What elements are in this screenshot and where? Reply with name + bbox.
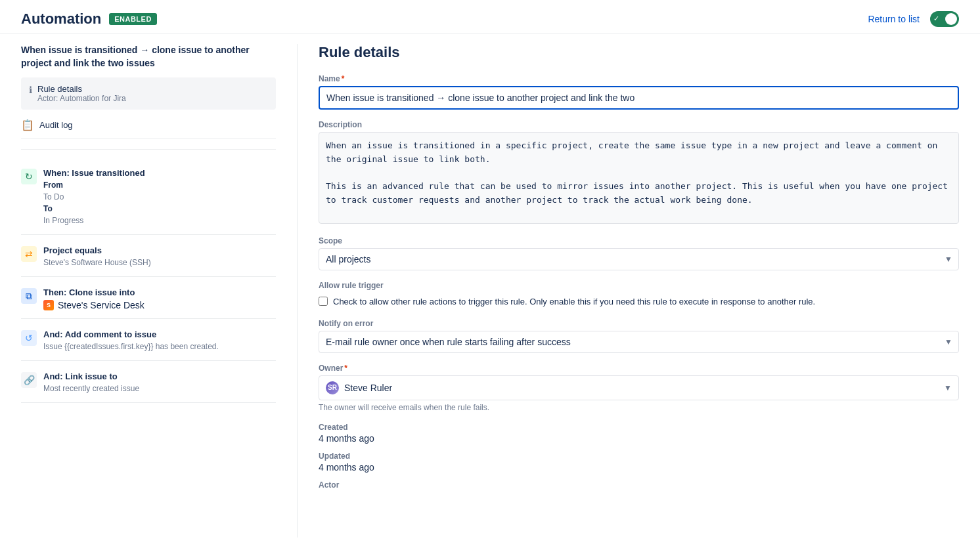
divider (21, 149, 276, 150)
step-detail-transition: From To Do To In Progress (43, 179, 145, 226)
updated-label: Updated (319, 452, 959, 461)
enabled-badge: ENABLED (109, 13, 157, 25)
scope-label: Scope (319, 236, 959, 245)
step-icon-clone: ⧉ (21, 288, 37, 304)
audit-log-label: Audit log (39, 120, 73, 130)
from-value: To Do (43, 192, 64, 201)
step-sub-item-clone: S Steve's Service Desk (43, 300, 145, 310)
allow-rule-trigger-section: Allow rule trigger Check to allow other … (319, 281, 959, 308)
owner-required-star: * (344, 364, 347, 373)
notify-on-error-select[interactable]: E-mail rule owner once when rule starts … (319, 331, 959, 353)
step-content-clone: Then: Clone issue into S Steve's Service… (43, 287, 145, 310)
owner-name: Steve Ruler (344, 383, 939, 393)
step-title-transition: When: Issue transitioned (43, 168, 145, 178)
step-title-comment: And: Add comment to issue (43, 329, 219, 339)
rule-details-label: Rule details (37, 84, 126, 94)
clipboard-icon: 📋 (21, 119, 34, 131)
return-to-list-link[interactable]: Return to list (868, 14, 920, 24)
step-title-link: And: Link issue to (43, 371, 139, 381)
rule-details-text-group: Rule details Actor: Automation for Jira (37, 84, 126, 103)
owner-avatar: SR (326, 381, 339, 394)
service-desk-icon: S (43, 300, 54, 310)
page-title: Automation (21, 11, 101, 28)
step-project-equals[interactable]: ⇄ Project equals Steve's Software House … (21, 238, 276, 277)
step-content-comment: And: Add comment to issue Issue {{create… (43, 329, 219, 352)
owner-label: Owner * (319, 364, 959, 373)
header: Automation ENABLED Return to list ✓ (0, 0, 980, 33)
step-content-transition: When: Issue transitioned From To Do To I… (43, 168, 145, 226)
step-detail-comment: Issue {{createdIssues.first.key}} has be… (43, 341, 219, 352)
step-detail-link: Most recently created issue (43, 383, 139, 394)
step-clone-issue[interactable]: ⧉ Then: Clone issue into S Steve's Servi… (21, 280, 276, 319)
rule-details-item[interactable]: ℹ Rule details Actor: Automation for Jir… (21, 77, 276, 110)
name-label: Name * (319, 74, 959, 83)
main-content: When issue is transitioned → clone issue… (0, 33, 980, 548)
rule-details-header: Rule details (319, 44, 959, 61)
step-when-transitioned[interactable]: ↻ When: Issue transitioned From To Do To… (21, 160, 276, 235)
from-label: From (43, 180, 63, 190)
owner-helper-text: The owner will receive emails when the r… (319, 403, 959, 412)
step-add-comment[interactable]: ↺ And: Add comment to issue Issue {{crea… (21, 322, 276, 361)
description-label: Description (319, 120, 959, 129)
allow-rule-trigger-row: Check to allow other rule actions to tri… (319, 295, 959, 308)
left-panel: When issue is transitioned → clone issue… (21, 44, 297, 537)
owner-row[interactable]: SR Steve Ruler ▼ (319, 375, 959, 400)
allow-rule-trigger-text: Check to allow other rule actions to tri… (333, 295, 815, 308)
step-icon-link: 🔗 (21, 372, 37, 388)
step-title-clone: Then: Clone issue into (43, 287, 145, 297)
notify-on-error-field: Notify on error E-mail rule owner once w… (319, 319, 959, 353)
step-detail-project: Steve's Software House (SSH) (43, 257, 151, 268)
step-sub-text-clone: Steve's Service Desk (58, 300, 145, 310)
scope-select[interactable]: All projects Specific projects (319, 248, 959, 270)
created-label: Created (319, 423, 959, 432)
scope-select-wrapper: All projects Specific projects ▼ (319, 248, 959, 270)
step-content-link: And: Link issue to Most recently created… (43, 371, 139, 394)
notify-on-error-label: Notify on error (319, 319, 959, 328)
updated-value: 4 months ago (319, 462, 959, 473)
step-link-issue[interactable]: 🔗 And: Link issue to Most recently creat… (21, 364, 276, 403)
to-label: To (43, 204, 53, 213)
to-value: In Progress (43, 216, 83, 225)
header-right: Return to list ✓ (868, 11, 959, 27)
step-icon-comment: ↺ (21, 330, 37, 346)
scope-field: Scope All projects Specific projects ▼ (319, 236, 959, 270)
name-field: Name * (319, 74, 959, 110)
name-input[interactable] (319, 86, 959, 110)
notify-select-wrapper: E-mail rule owner once when rule starts … (319, 331, 959, 353)
description-field: Description When an issue is transitione… (319, 120, 959, 226)
toggle-check-icon: ✓ (933, 14, 939, 23)
name-required-star: * (342, 74, 345, 83)
step-icon-transition: ↻ (21, 169, 37, 184)
header-left: Automation ENABLED (21, 11, 157, 28)
right-panel: Rule details Name * Description When an … (297, 44, 959, 537)
actor-label: Actor (319, 480, 959, 490)
meta-section: Created 4 months ago Updated 4 months ag… (319, 423, 959, 490)
owner-chevron-icon: ▼ (944, 383, 952, 392)
step-icon-project: ⇄ (21, 246, 37, 262)
description-textarea[interactable]: When an issue is transitioned in a speci… (319, 132, 959, 224)
rule-title: When issue is transitioned → clone issue… (21, 44, 276, 70)
owner-field: Owner * SR Steve Ruler ▼ The owner will … (319, 364, 959, 412)
step-title-project: Project equals (43, 245, 151, 255)
page-container: Automation ENABLED Return to list ✓ When… (0, 0, 980, 548)
allow-rule-trigger-label: Allow rule trigger (319, 281, 959, 290)
allow-rule-trigger-checkbox[interactable] (319, 297, 328, 306)
info-icon: ℹ (29, 85, 32, 95)
enabled-toggle[interactable]: ✓ (930, 11, 959, 27)
created-value: 4 months ago (319, 433, 959, 444)
step-content-project: Project equals Steve's Software House (S… (43, 245, 151, 268)
audit-log-item[interactable]: 📋 Audit log (21, 112, 276, 138)
rule-details-sub: Actor: Automation for Jira (37, 94, 126, 103)
